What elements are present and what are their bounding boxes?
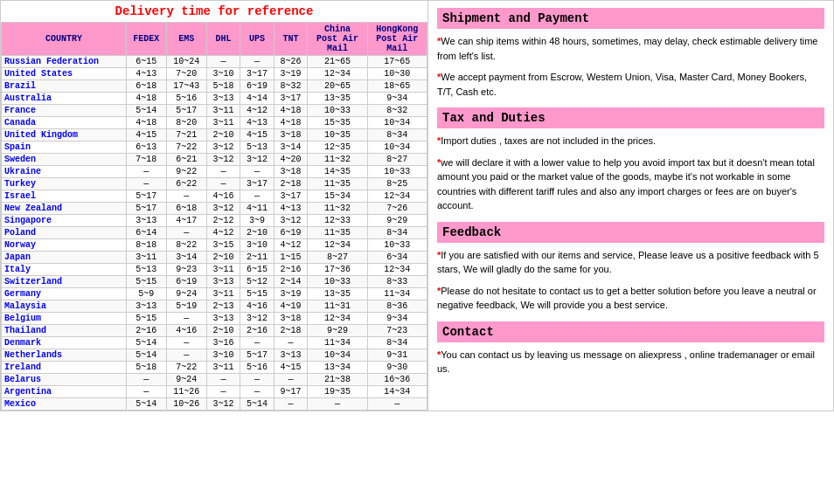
country-cell: Russian Federation (2, 56, 127, 68)
data-cell: 11~31 (308, 300, 367, 313)
data-cell: 5~15 (126, 313, 166, 325)
data-cell: 5~15 (240, 288, 275, 300)
data-cell: — (126, 166, 166, 178)
data-cell: 2~18 (274, 178, 308, 190)
data-cell: 3~18 (274, 313, 308, 325)
data-cell: — (240, 56, 275, 68)
data-cell: 4~16 (166, 325, 206, 337)
data-cell: 3~12 (240, 313, 275, 325)
data-cell: 2~10 (206, 129, 240, 142)
table-row: Spain6~137~223~125~133~1412~3510~34 (2, 142, 427, 154)
data-cell: 8~18 (126, 239, 166, 252)
data-cell: 3~19 (274, 68, 308, 80)
data-cell: 2~11 (240, 252, 275, 264)
feedback-text1: *If you are satisfied with our items and… (437, 248, 824, 277)
data-cell: 8~34 (367, 129, 427, 142)
country-cell: Singapore (2, 215, 127, 227)
data-cell: 3~19 (274, 288, 308, 300)
data-cell: — (240, 190, 275, 203)
data-cell: — (126, 386, 166, 398)
data-cell: 3~12 (206, 398, 240, 411)
data-cell: 6~15 (240, 264, 275, 276)
data-cell: — (166, 190, 206, 203)
country-cell: Spain (2, 142, 127, 154)
feedback-header: Feedback (437, 222, 824, 243)
country-cell: Argentina (2, 386, 127, 398)
tax-section: Tax and Duties *Import duties , taxes ar… (437, 107, 824, 213)
country-cell: Belgium (2, 313, 127, 325)
data-cell: 9~34 (367, 313, 427, 325)
data-cell: 12~34 (367, 264, 427, 276)
data-cell: 9~23 (166, 264, 206, 276)
data-cell: 8~27 (367, 154, 427, 166)
data-cell: 5~19 (166, 300, 206, 313)
table-row: Mexico5~1410~263~125~14——— (2, 398, 427, 411)
data-cell: 5~17 (240, 349, 275, 362)
data-cell: 3~14 (274, 142, 308, 154)
data-cell: 3~11 (206, 362, 240, 374)
country-cell: Australia (2, 93, 127, 105)
data-cell: 21~38 (308, 374, 367, 386)
data-cell: 10~33 (367, 239, 427, 252)
data-cell: 1~15 (274, 252, 308, 264)
table-row: Norway8~188~223~153~104~1212~3410~33 (2, 239, 427, 252)
data-cell: 4~15 (126, 129, 166, 142)
data-cell: 6~19 (274, 227, 308, 239)
data-cell: 2~14 (274, 276, 308, 288)
data-cell: 3~13 (206, 313, 240, 325)
data-cell: 10~26 (166, 398, 206, 411)
table-row: Japan3~113~142~102~111~158~276~34 (2, 252, 427, 264)
country-cell: Germany (2, 288, 127, 300)
data-cell: 3~17 (240, 68, 275, 80)
data-cell: 13~35 (308, 93, 367, 105)
data-cell: 3~13 (206, 276, 240, 288)
data-cell: 5~17 (126, 190, 166, 203)
data-cell: 12~34 (308, 313, 367, 325)
data-cell: — (166, 227, 206, 239)
data-cell: 12~33 (308, 215, 367, 227)
data-cell: 4~11 (240, 203, 275, 215)
table-row: Canada4~188~203~114~134~1815~3510~34 (2, 117, 427, 129)
data-cell: 4~18 (126, 93, 166, 105)
table-row: Sweden7~186~213~123~124~2011~328~27 (2, 154, 427, 166)
table-row: Turkey—6~22—3~172~1811~358~25 (2, 178, 427, 190)
data-cell: 5~12 (240, 276, 275, 288)
data-cell: — (206, 374, 240, 386)
data-cell: 8~26 (274, 56, 308, 68)
col-fedex: FEDEX (126, 23, 166, 56)
country-cell: Switzerland (2, 276, 127, 288)
contact-header: Contact (437, 321, 824, 342)
data-cell: 10~24 (166, 56, 206, 68)
data-cell: 5~17 (126, 203, 166, 215)
data-cell: 9~34 (367, 93, 427, 105)
contact-section: Contact *You can contact us by leaving u… (437, 321, 824, 376)
tax-text2: *we will declare it with a lower value t… (437, 155, 824, 213)
col-dhl: DHL (206, 23, 240, 56)
country-cell: Sweden (2, 154, 127, 166)
data-cell: 9~22 (166, 166, 206, 178)
data-cell: 10~35 (308, 129, 367, 142)
data-cell: 17~65 (367, 56, 427, 68)
data-cell: 7~21 (166, 129, 206, 142)
table-row: Ukraine—9~22——3~1814~3510~33 (2, 166, 427, 178)
table-row: Malaysia3~135~192~134~164~1911~318~36 (2, 300, 427, 313)
table-row: Singapore3~134~172~123~93~1212~339~29 (2, 215, 427, 227)
data-cell: 4~17 (166, 215, 206, 227)
data-cell: 3~15 (206, 239, 240, 252)
data-cell: 18~65 (367, 80, 427, 93)
country-cell: Malaysia (2, 300, 127, 313)
data-cell: 4~12 (240, 105, 275, 117)
data-cell: 14~34 (367, 386, 427, 398)
data-cell: 3~13 (126, 215, 166, 227)
data-cell: 10~34 (367, 142, 427, 154)
delivery-table-panel: Delivery time for reference COUNTRY FEDE… (0, 0, 428, 411)
data-cell: 5~16 (166, 93, 206, 105)
table-row: Russian Federation6~1510~24——8~2621~6517… (2, 56, 427, 68)
data-cell: 4~16 (206, 190, 240, 203)
tax-text1: *Import duties , taxes are not included … (437, 134, 824, 148)
data-cell: 11~34 (308, 337, 367, 349)
data-cell: 10~33 (308, 105, 367, 117)
data-cell: 2~10 (240, 227, 275, 239)
data-cell: 9~31 (367, 349, 427, 362)
data-cell: 5~18 (126, 362, 166, 374)
